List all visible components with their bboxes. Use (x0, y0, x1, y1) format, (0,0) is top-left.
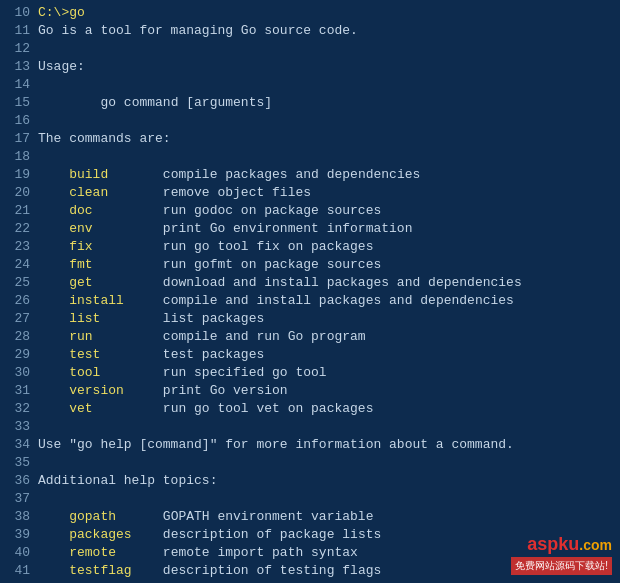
terminal-line: 12 (8, 40, 612, 58)
watermark-domain: .com (579, 537, 612, 553)
command-desc: description of package lists (132, 527, 382, 542)
line-text (38, 490, 612, 508)
line-number: 35 (8, 454, 30, 472)
terminal-window: 10C:\>go11Go is a tool for managing Go s… (0, 0, 620, 583)
line-number: 29 (8, 346, 30, 364)
line-text (38, 40, 612, 58)
command-desc: compile and install packages and depende… (124, 293, 514, 308)
command-desc: run go tool vet on packages (93, 401, 374, 416)
line-number: 14 (8, 76, 30, 94)
terminal-line: 23 fix run go tool fix on packages (8, 238, 612, 256)
terminal-line: 36Additional help topics: (8, 472, 612, 490)
line-text: Additional help topics: (38, 472, 612, 490)
terminal-line: 34Use "go help [command]" for more infor… (8, 436, 612, 454)
line-number: 18 (8, 148, 30, 166)
line-number: 26 (8, 292, 30, 310)
line-text: build compile packages and dependencies (38, 166, 612, 184)
terminal-line: 33 (8, 418, 612, 436)
line-text: tool run specified go tool (38, 364, 612, 382)
command-desc: remove object files (108, 185, 311, 200)
terminal-line: 27 list list packages (8, 310, 612, 328)
watermark-brand: aspku (527, 534, 579, 555)
command-desc: remote import path syntax (116, 545, 358, 560)
line-text (38, 112, 612, 130)
line-text: Usage: (38, 58, 612, 76)
line-number: 28 (8, 328, 30, 346)
line-text: gopath GOPATH environment variable (38, 508, 612, 526)
line-number: 20 (8, 184, 30, 202)
command-desc: GOPATH environment variable (116, 509, 373, 524)
line-text: fix run go tool fix on packages (38, 238, 612, 256)
line-text: The commands are: (38, 130, 612, 148)
command-name: run (69, 329, 92, 344)
command-name: version (69, 383, 124, 398)
terminal-line: 28 run compile and run Go program (8, 328, 612, 346)
command-desc: test packages (100, 347, 264, 362)
command-name: fix (69, 239, 92, 254)
line-number: 34 (8, 436, 30, 454)
terminal-line: 30 tool run specified go tool (8, 364, 612, 382)
terminal-line: 10C:\>go (8, 4, 612, 22)
terminal-line: 15 go command [arguments] (8, 94, 612, 112)
line-number: 27 (8, 310, 30, 328)
terminal-content: 10C:\>go11Go is a tool for managing Go s… (8, 4, 612, 583)
line-number: 24 (8, 256, 30, 274)
command-desc: compile and run Go program (93, 329, 366, 344)
line-text: go command [arguments] (38, 94, 612, 112)
command-name: build (69, 167, 108, 182)
command-name: env (69, 221, 92, 236)
command-name: vet (69, 401, 92, 416)
command-desc: print Go version (124, 383, 288, 398)
terminal-line: 29 test test packages (8, 346, 612, 364)
terminal-line: 37 (8, 490, 612, 508)
line-text: doc run godoc on package sources (38, 202, 612, 220)
line-text: vet run go tool vet on packages (38, 400, 612, 418)
line-number: 31 (8, 382, 30, 400)
line-number: 13 (8, 58, 30, 76)
watermark-subtitle: 免费网站源码下载站! (511, 557, 612, 575)
command-name: remote (69, 545, 116, 560)
line-number: 19 (8, 166, 30, 184)
line-text: Go is a tool for managing Go source code… (38, 22, 612, 40)
line-text (38, 418, 612, 436)
terminal-line: 11Go is a tool for managing Go source co… (8, 22, 612, 40)
terminal-line: 25 get download and install packages and… (8, 274, 612, 292)
command-desc: run gofmt on package sources (93, 257, 382, 272)
command-desc: run specified go tool (100, 365, 326, 380)
command-name: clean (69, 185, 108, 200)
line-number: 10 (8, 4, 30, 22)
line-text (38, 148, 612, 166)
line-number: 17 (8, 130, 30, 148)
line-number: 16 (8, 112, 30, 130)
line-number: 33 (8, 418, 30, 436)
line-text: clean remove object files (38, 184, 612, 202)
line-text (38, 76, 612, 94)
line-text: get download and install packages and de… (38, 274, 612, 292)
command-desc: download and install packages and depend… (93, 275, 522, 290)
command-name: test (69, 347, 100, 362)
terminal-line: 20 clean remove object files (8, 184, 612, 202)
line-number: 12 (8, 40, 30, 58)
line-number: 40 (8, 544, 30, 562)
command-name: doc (69, 203, 92, 218)
line-text: Use "go help [command]" for more informa… (38, 436, 612, 454)
command-name: install (69, 293, 124, 308)
command-name: tool (69, 365, 100, 380)
line-number: 15 (8, 94, 30, 112)
terminal-line: 17The commands are: (8, 130, 612, 148)
terminal-line: 24 fmt run gofmt on package sources (8, 256, 612, 274)
line-number: 22 (8, 220, 30, 238)
line-number: 41 (8, 562, 30, 580)
command-desc: compile packages and dependencies (108, 167, 420, 182)
command-name: fmt (69, 257, 92, 272)
line-text: list list packages (38, 310, 612, 328)
line-number: 32 (8, 400, 30, 418)
command-desc: run godoc on package sources (93, 203, 382, 218)
line-number: 38 (8, 508, 30, 526)
line-text: env print Go environment information (38, 220, 612, 238)
line-number: 37 (8, 490, 30, 508)
command-name: list (69, 311, 100, 326)
terminal-line: 31 version print Go version (8, 382, 612, 400)
command-desc: run go tool fix on packages (93, 239, 374, 254)
terminal-line: 38 gopath GOPATH environment variable (8, 508, 612, 526)
